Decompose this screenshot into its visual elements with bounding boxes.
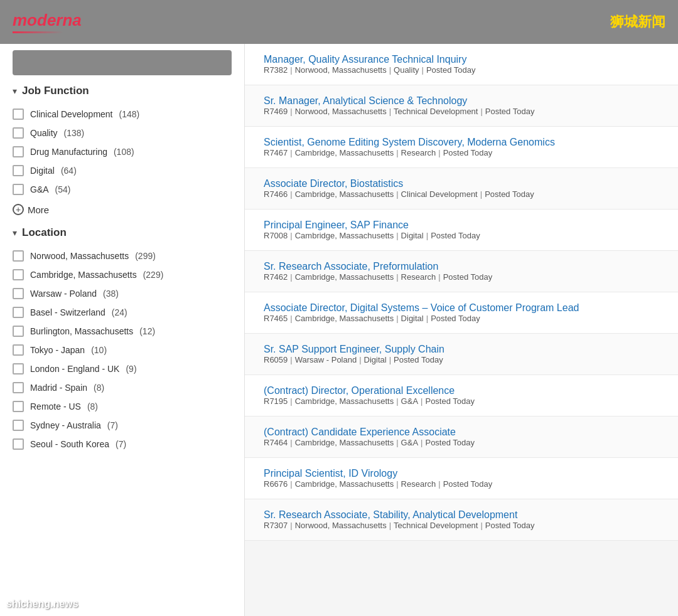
filter-checkbox[interactable] bbox=[13, 420, 24, 431]
filter-count: (108) bbox=[114, 147, 134, 157]
job-location: Norwood, Massachusetts bbox=[295, 65, 387, 75]
job-title[interactable]: (Contract) Candidate Experience Associat… bbox=[264, 427, 456, 437]
location-section: ▾ Location Norwood, Massachusetts (299) … bbox=[13, 226, 232, 454]
location-filter-item[interactable]: Norwood, Massachusetts (299) bbox=[13, 247, 232, 265]
job-title[interactable]: Sr. Research Associate, Preformulation bbox=[264, 261, 438, 272]
job-title[interactable]: Principal Scientist, ID Virology bbox=[264, 468, 397, 479]
job-location: Cambridge, Massachusetts bbox=[295, 189, 394, 199]
job-title[interactable]: Sr. Manager, Analytical Science & Techno… bbox=[264, 95, 467, 106]
job-location: Cambridge, Massachusetts bbox=[295, 148, 394, 157]
location-filter-item[interactable]: Burlington, Massachusetts (12) bbox=[13, 322, 232, 341]
location-filter-item[interactable]: London - England - UK (9) bbox=[13, 359, 232, 378]
job-id: R7469 bbox=[264, 107, 288, 116]
sidebar: ▾ Job Function Clinical Development (148… bbox=[0, 44, 245, 616]
job-meta: R7382 | Norwood, Massachusetts | Quality… bbox=[264, 65, 659, 75]
job-function: Research bbox=[401, 479, 436, 489]
filter-checkbox[interactable] bbox=[13, 438, 24, 450]
filter-checkbox[interactable] bbox=[13, 146, 24, 157]
job-title[interactable]: Sr. Research Associate, Stability, Analy… bbox=[264, 509, 517, 520]
job-posted: Posted Today bbox=[425, 396, 475, 406]
job-function-filter-item[interactable]: G&A (54) bbox=[13, 180, 232, 199]
job-function-filter-item[interactable]: Drug Manufacturing (108) bbox=[13, 142, 232, 161]
more-label: More bbox=[28, 204, 49, 215]
job-posted: Posted Today bbox=[443, 272, 493, 282]
location-filter-item[interactable]: Seoul - South Korea (7) bbox=[13, 435, 232, 454]
filter-checkbox[interactable] bbox=[13, 288, 24, 299]
job-list-item: Principal Scientist, ID Virology R6676 |… bbox=[245, 458, 678, 499]
location-title: Location bbox=[22, 226, 67, 239]
filter-label: Seoul - South Korea bbox=[30, 439, 109, 449]
filter-checkbox[interactable] bbox=[13, 184, 24, 195]
watermark: shicheng.news bbox=[6, 598, 78, 610]
job-title[interactable]: Sr. SAP Support Engineer, Supply Chain bbox=[264, 344, 444, 354]
job-location: Cambridge, Massachusetts bbox=[295, 272, 394, 282]
location-filter-item[interactable]: Tokyo - Japan (10) bbox=[13, 341, 232, 359]
filter-checkbox[interactable] bbox=[13, 363, 24, 374]
filter-label: Cambridge, Massachusetts bbox=[30, 270, 137, 280]
job-meta: R7195 | Cambridge, Massachusetts | G&A |… bbox=[264, 396, 659, 406]
job-list-item: Sr. SAP Support Engineer, Supply Chain R… bbox=[245, 334, 678, 375]
job-id: R7462 bbox=[264, 272, 288, 282]
filter-label: Quality bbox=[30, 128, 58, 138]
job-title[interactable]: Manager, Quality Assurance Technical Inq… bbox=[264, 54, 466, 65]
job-function: Technical Development bbox=[394, 107, 478, 116]
filter-count: (24) bbox=[112, 307, 127, 317]
job-title[interactable]: Associate Director, Digital Systems – Vo… bbox=[264, 302, 579, 313]
job-id: R7467 bbox=[264, 148, 288, 157]
location-filter-item[interactable]: Sydney - Australia (7) bbox=[13, 416, 232, 435]
job-function: Digital bbox=[364, 355, 387, 364]
location-items: Norwood, Massachusetts (299) Cambridge, … bbox=[13, 247, 232, 454]
location-filter-item[interactable]: Remote - US (8) bbox=[13, 397, 232, 416]
job-title[interactable]: Principal Engineer, SAP Finance bbox=[264, 220, 409, 230]
job-title[interactable]: Associate Director, Biostatistics bbox=[264, 178, 403, 189]
job-posted: Posted Today bbox=[394, 355, 443, 364]
filter-checkbox[interactable] bbox=[13, 269, 24, 280]
filter-count: (299) bbox=[135, 251, 156, 261]
job-list-item: Associate Director, Digital Systems – Vo… bbox=[245, 292, 678, 334]
job-function: G&A bbox=[401, 396, 418, 406]
filter-label: Madrid - Spain bbox=[30, 383, 87, 393]
filter-checkbox[interactable] bbox=[13, 165, 24, 176]
filter-checkbox[interactable] bbox=[13, 127, 24, 139]
job-function-section: ▾ Job Function Clinical Development (148… bbox=[13, 85, 232, 220]
job-id: R7465 bbox=[264, 314, 288, 323]
location-filter-item[interactable]: Madrid - Spain (8) bbox=[13, 378, 232, 397]
filter-checkbox[interactable] bbox=[13, 382, 24, 393]
job-function-filter-item[interactable]: Clinical Development (148) bbox=[13, 105, 232, 124]
jobs-container: Manager, Quality Assurance Technical Inq… bbox=[245, 44, 678, 541]
filter-count: (7) bbox=[107, 420, 118, 430]
job-title[interactable]: Scientist, Genome Editing System Discove… bbox=[264, 137, 555, 147]
job-meta: R6676 | Cambridge, Massachusetts | Resea… bbox=[264, 479, 659, 489]
job-location: Cambridge, Massachusetts bbox=[295, 396, 394, 406]
filter-count: (38) bbox=[103, 289, 119, 299]
chevron-down-icon-2: ▾ bbox=[13, 228, 17, 238]
filter-checkbox[interactable] bbox=[13, 250, 24, 262]
job-meta: R7466 | Cambridge, Massachusetts | Clini… bbox=[264, 189, 659, 199]
filter-checkbox[interactable] bbox=[13, 326, 24, 337]
job-id: R7307 bbox=[264, 521, 288, 530]
filter-checkbox[interactable] bbox=[13, 344, 24, 356]
job-location: Cambridge, Massachusetts bbox=[295, 231, 394, 240]
location-filter-item[interactable]: Cambridge, Massachusetts (229) bbox=[13, 265, 232, 284]
filter-checkbox[interactable] bbox=[13, 401, 24, 412]
job-title[interactable]: (Contract) Director, Operational Excelle… bbox=[264, 385, 455, 396]
job-function-filter-item[interactable]: Quality (138) bbox=[13, 124, 232, 142]
filter-checkbox[interactable] bbox=[13, 109, 24, 120]
filter-label: Clinical Development bbox=[30, 109, 113, 119]
job-list-item: Associate Director, Biostatistics R7466 … bbox=[245, 168, 678, 210]
location-filter-item[interactable]: Basel - Switzerland (24) bbox=[13, 303, 232, 322]
job-location: Cambridge, Massachusetts bbox=[295, 479, 394, 489]
job-posted: Posted Today bbox=[425, 438, 475, 447]
job-function-filter-item[interactable]: Digital (64) bbox=[13, 161, 232, 180]
more-button[interactable]: + More bbox=[13, 199, 232, 220]
filter-label: Digital bbox=[30, 166, 55, 176]
location-filter-item[interactable]: Warsaw - Poland (38) bbox=[13, 284, 232, 303]
job-meta: R7008 | Cambridge, Massachusetts | Digit… bbox=[264, 231, 659, 240]
job-list: Manager, Quality Assurance Technical Inq… bbox=[245, 44, 678, 616]
filter-count: (8) bbox=[94, 383, 104, 393]
job-function: Technical Development bbox=[394, 521, 478, 530]
filter-checkbox[interactable] bbox=[13, 307, 24, 318]
search-bar-area[interactable] bbox=[13, 50, 232, 75]
header: moderna 狮城新闻 bbox=[0, 0, 678, 44]
logo: moderna bbox=[13, 11, 82, 33]
